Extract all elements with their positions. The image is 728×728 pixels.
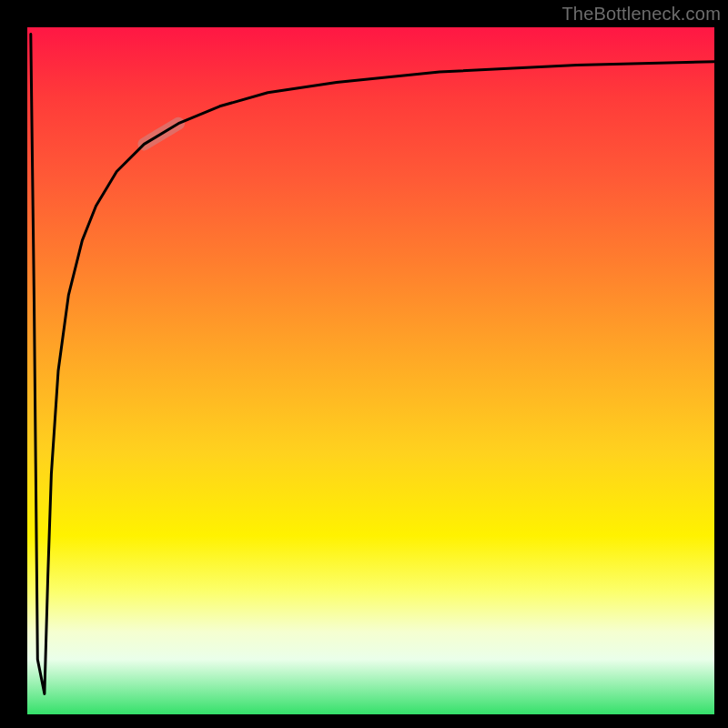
curve-layer: [27, 27, 714, 714]
plot-area: [27, 27, 714, 714]
bottleneck-curve: [31, 35, 714, 694]
chart-frame: TheBottleneck.com: [0, 0, 728, 728]
attribution-label: TheBottleneck.com: [561, 4, 721, 25]
